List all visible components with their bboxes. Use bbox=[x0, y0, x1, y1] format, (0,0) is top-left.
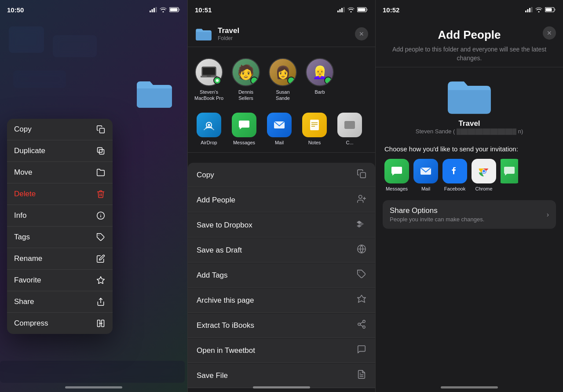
person-name-dennis: DennisSellers bbox=[238, 89, 253, 102]
add-people-panel: Add People Add people to this folder and… bbox=[376, 19, 563, 392]
person-item-barb[interactable]: 👱‍♀️ Barb bbox=[304, 58, 336, 102]
phone-panel-3: 10:52 Add People Add people to this fold… bbox=[376, 0, 563, 392]
inv-app-mail[interactable]: Mail bbox=[413, 159, 438, 191]
tag-icon bbox=[96, 232, 106, 242]
status-bar: 10:50 bbox=[0, 0, 187, 19]
share-copy-icon bbox=[357, 169, 366, 181]
menu-item-duplicate[interactable]: Duplicate bbox=[7, 140, 113, 162]
share-menu-draft[interactable]: Save as Draft bbox=[188, 238, 375, 263]
close-button-panel2[interactable]: ✕ bbox=[355, 27, 368, 40]
macbook-icon bbox=[201, 66, 217, 78]
svg-rect-38 bbox=[344, 121, 355, 129]
app-item-messages[interactable]: Messages bbox=[228, 113, 260, 145]
status-time: 10:50 bbox=[7, 6, 24, 14]
person-item-dennis[interactable]: 🧑 DennisSellers bbox=[230, 58, 262, 102]
share-options-row[interactable]: Share Options People you invite can make… bbox=[383, 200, 556, 229]
status-icons bbox=[150, 7, 180, 12]
menu-item-copy[interactable]: Copy bbox=[7, 119, 113, 140]
folder-info: Travel Folder bbox=[195, 26, 239, 41]
status-bar-2: 10:51 bbox=[188, 0, 375, 19]
inv-app-messages[interactable]: Messages bbox=[384, 159, 409, 191]
inv-app-facebook[interactable]: Facebook bbox=[442, 159, 467, 191]
inv-app-chrome[interactable]: Chrome bbox=[472, 159, 496, 191]
more-app-name: C... bbox=[346, 140, 353, 145]
menu-item-move[interactable]: Move bbox=[7, 162, 113, 183]
share-label-dropbox: Save to Dropbox bbox=[197, 221, 252, 230]
share-menu-copy[interactable]: Copy bbox=[188, 163, 375, 187]
close-button-panel3[interactable]: ✕ bbox=[543, 26, 556, 40]
person-item-susan[interactable]: 👩 SusanSande bbox=[267, 58, 299, 102]
status-time-3: 10:52 bbox=[383, 6, 399, 14]
app-item-mail[interactable]: Mail bbox=[263, 113, 295, 145]
messages-app-name: Messages bbox=[233, 140, 255, 145]
menu-item-share[interactable]: Share bbox=[7, 291, 113, 313]
folder-icon bbox=[135, 77, 174, 109]
archive-icon bbox=[357, 294, 366, 306]
svg-line-48 bbox=[360, 325, 363, 326]
mail-svg bbox=[273, 118, 286, 132]
context-menu: Copy Duplicate Move bbox=[7, 119, 113, 334]
tweetbot-icon bbox=[357, 344, 366, 356]
menu-item-delete[interactable]: Delete bbox=[7, 183, 113, 205]
svg-rect-6 bbox=[170, 8, 178, 11]
share-menu-archive[interactable]: Archive this page bbox=[188, 288, 375, 313]
menu-item-info[interactable]: Info bbox=[7, 205, 113, 227]
svg-rect-54 bbox=[529, 8, 530, 12]
share-options-title: Share Options bbox=[390, 206, 484, 215]
svg-rect-3 bbox=[156, 7, 157, 12]
edit-actions-link[interactable]: Edit Actions bbox=[188, 388, 375, 392]
svg-rect-21 bbox=[341, 8, 343, 12]
person-item-macbook[interactable]: Steven'sMacBook Pro bbox=[193, 58, 225, 102]
svg-rect-5 bbox=[179, 9, 180, 11]
barb-badge bbox=[324, 77, 332, 84]
compress-icon bbox=[96, 319, 106, 328]
person-name-barb: Barb bbox=[314, 89, 325, 95]
people-row: Steven'sMacBook Pro 🧑 DennisSellers 👩 Su… bbox=[188, 53, 375, 107]
svg-rect-29 bbox=[207, 76, 211, 77]
share-label-add-people: Add People bbox=[197, 196, 235, 205]
menu-label-delete: Delete bbox=[14, 190, 36, 198]
facebook-svg bbox=[448, 165, 461, 178]
app-item-more[interactable]: C... bbox=[334, 113, 366, 145]
share-menu-tweetbot[interactable]: Open in Tweetbot bbox=[188, 338, 375, 363]
svg-rect-19 bbox=[337, 11, 339, 12]
share-menu-savefile[interactable]: Save File bbox=[188, 363, 375, 388]
chevron-right-icon: › bbox=[547, 211, 549, 219]
svg-rect-52 bbox=[525, 11, 526, 12]
svg-point-30 bbox=[216, 79, 219, 82]
share-sheet-header: Travel Folder ✕ bbox=[188, 19, 375, 47]
chrome-svg bbox=[477, 165, 490, 178]
inv-mail-icon bbox=[413, 159, 438, 183]
share-menu-dropbox[interactable]: Save to Dropbox bbox=[188, 213, 375, 238]
tags-icon bbox=[357, 269, 366, 281]
share-label-tweetbot: Open in Tweetbot bbox=[197, 346, 255, 355]
wordpress-icon bbox=[357, 244, 366, 256]
trash-icon bbox=[96, 189, 106, 199]
menu-item-compress[interactable]: Compress bbox=[7, 313, 113, 334]
share-menu-tags[interactable]: Add Tags bbox=[188, 263, 375, 288]
airdrop-svg bbox=[202, 118, 216, 132]
svg-rect-39 bbox=[360, 172, 366, 178]
folder-preview-name: Travel bbox=[458, 119, 480, 128]
menu-label-favorite: Favorite bbox=[14, 276, 41, 285]
share-label-tags: Add Tags bbox=[197, 271, 228, 280]
person-avatar-macbook bbox=[195, 58, 223, 86]
menu-item-tags[interactable]: Tags bbox=[7, 227, 113, 248]
share-menu-add-people[interactable]: Add People bbox=[188, 188, 375, 212]
status-time-2: 10:51 bbox=[195, 6, 212, 14]
notes-app-name: Notes bbox=[308, 140, 321, 145]
folder-type: Folder bbox=[218, 35, 239, 41]
menu-item-favorite[interactable]: Favorite bbox=[7, 270, 113, 291]
folder-move-icon bbox=[96, 168, 106, 177]
svg-rect-27 bbox=[203, 68, 215, 75]
app-item-airdrop[interactable]: AirDrop bbox=[193, 113, 225, 145]
inv-app-more[interactable] bbox=[501, 159, 518, 191]
duplicate-icon bbox=[96, 146, 106, 156]
share-menu-ibooks[interactable]: Extract To iBooks bbox=[188, 313, 375, 338]
app-item-notes[interactable]: Notes bbox=[299, 113, 330, 145]
menu-label-duplicate: Duplicate bbox=[14, 147, 45, 155]
person-name-susan: SusanSande bbox=[276, 89, 290, 102]
menu-item-rename[interactable]: Rename bbox=[7, 248, 113, 270]
susan-badge bbox=[287, 77, 295, 84]
svg-rect-22 bbox=[344, 7, 345, 12]
